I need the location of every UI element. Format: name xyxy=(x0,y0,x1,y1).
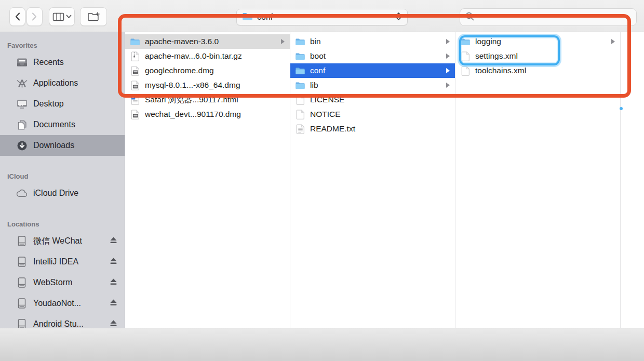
folder-plus-icon xyxy=(87,12,100,22)
disclosure-arrow-icon xyxy=(611,38,616,45)
drive-icon xyxy=(16,298,28,309)
file-column-empty xyxy=(621,32,644,328)
file-name-label: googlechrome.dmg xyxy=(145,66,286,75)
sidebar-item-intellij-idea[interactable]: IntelliJ IDEA xyxy=(0,251,125,272)
file-row-apache-mav...6.0-bin.tar.gz[interactable]: apache-mav...6.0-bin.tar.gz xyxy=(125,49,290,63)
sidebar-item-downloads[interactable]: Downloads xyxy=(0,135,125,156)
sidebar-item-label: Downloads xyxy=(33,141,118,150)
columns-view-icon xyxy=(52,12,64,21)
search-field[interactable] xyxy=(460,8,637,26)
file-row-apache-maven-3.6.0[interactable]: apache-maven-3.6.0 xyxy=(125,34,290,49)
file-doc-icon xyxy=(460,51,471,62)
disclosure-arrow-icon xyxy=(446,68,451,74)
file-html-icon xyxy=(130,95,140,105)
open-file-dialog: conf FavoritesRecentsApplicationsDesktop… xyxy=(0,0,644,361)
file-row-googlechrome.dmg[interactable]: googlechrome.dmg xyxy=(125,63,290,78)
folder-icon xyxy=(295,65,305,76)
sidebar-item-icloud-drive[interactable]: iCloud Drive xyxy=(0,183,125,204)
view-mode-button[interactable] xyxy=(49,7,75,26)
disclosure-arrow-icon xyxy=(446,53,451,59)
sidebar-item-recents[interactable]: Recents xyxy=(0,52,125,73)
sidebar-item-android-stu[interactable]: Android Stu... xyxy=(0,314,125,328)
sidebar-item-label: YoudaoNot... xyxy=(33,299,104,308)
recents-icon xyxy=(16,57,28,68)
documents-icon xyxy=(16,119,28,130)
eject-icon[interactable] xyxy=(109,278,118,288)
applications-icon xyxy=(16,77,28,89)
chevron-right-icon xyxy=(31,12,38,21)
file-row-wechat-devt...901170.dmg[interactable]: wechat_devt...901170.dmg xyxy=(125,107,290,122)
back-button[interactable] xyxy=(9,7,25,26)
sidebar-item-applications[interactable]: Applications xyxy=(0,73,125,93)
file-column-2: binbootconflibLICENSENOTICEREADME.txt xyxy=(290,32,455,328)
file-name-label: NOTICE xyxy=(310,110,451,119)
sidebar-item-label: iCloud Drive xyxy=(33,189,118,198)
forward-button[interactable] xyxy=(26,7,43,26)
sidebar-section-gap xyxy=(0,204,125,218)
file-row-notice[interactable]: NOTICE xyxy=(290,107,455,122)
sidebar-item-label: IntelliJ IDEA xyxy=(33,257,104,266)
eject-icon[interactable] xyxy=(109,299,118,309)
file-dmg-icon xyxy=(130,65,140,76)
file-name-label: settings.xml xyxy=(475,51,616,61)
file-row-bin[interactable]: bin xyxy=(290,34,455,49)
sidebar-section-title: Locations xyxy=(0,218,125,231)
file-row-safari-...90117.html[interactable]: Safari 浏览器...90117.html xyxy=(125,92,290,107)
drive-icon xyxy=(16,235,28,247)
file-row-mysql-8.0.1...-x86-64.dmg[interactable]: mysql-8.0.1...-x86_64.dmg xyxy=(125,78,290,92)
disclosure-arrow-icon xyxy=(446,38,451,45)
sidebar-item-youdaonot[interactable]: YoudaoNot... xyxy=(0,293,125,314)
file-row-settings.xml[interactable]: settings.xml xyxy=(455,49,620,63)
drive-icon xyxy=(16,256,28,268)
chevron-left-icon xyxy=(14,12,21,21)
file-row-logging[interactable]: logging xyxy=(455,34,620,49)
sidebar-item-label: 微信 WeChat xyxy=(33,236,104,247)
eject-icon[interactable] xyxy=(109,257,118,267)
file-name-label: bin xyxy=(310,37,441,46)
file-row-boot[interactable]: boot xyxy=(290,49,455,63)
sidebar-item-label: Documents xyxy=(33,120,118,129)
file-column-3: loggingsettings.xmltoolchains.xml xyxy=(455,32,621,328)
chevron-down-icon xyxy=(66,15,72,19)
sidebar-item-documents[interactable]: Documents xyxy=(0,114,125,135)
file-row-readme.txt[interactable]: README.txt xyxy=(290,122,455,136)
sidebar-section-title: Favorites xyxy=(0,39,125,52)
file-archive-icon xyxy=(130,51,140,62)
folder-icon xyxy=(460,36,471,47)
footer-bar: New Folder Cancel Open xyxy=(0,328,644,361)
eject-icon[interactable] xyxy=(109,236,118,246)
disclosure-arrow-icon xyxy=(280,38,286,45)
file-name-label: Safari 浏览器...90117.html xyxy=(145,95,286,105)
file-row-conf[interactable]: conf xyxy=(290,63,455,78)
sidebar-section-title: iCloud xyxy=(0,170,125,183)
path-dropdown-value: conf xyxy=(257,12,391,22)
drive-icon xyxy=(16,318,28,328)
file-name-label: conf xyxy=(310,66,441,75)
new-folder-toolbar-button[interactable] xyxy=(80,7,107,26)
file-textdoc-icon xyxy=(295,124,305,135)
sidebar-item-label: WebStorm xyxy=(33,278,104,287)
chevron-updown-icon xyxy=(395,12,402,23)
sidebar-item-label: Android Stu... xyxy=(33,319,104,328)
downloads-icon xyxy=(16,140,28,151)
file-name-label: README.txt xyxy=(310,124,451,133)
file-name-label: apache-mav...6.0-bin.tar.gz xyxy=(145,51,286,61)
sidebar-item-wechat[interactable]: 微信 WeChat xyxy=(0,231,125,251)
sidebar-item-webstorm[interactable]: WebStorm xyxy=(0,272,125,293)
disclosure-arrow-icon xyxy=(446,82,451,88)
sidebar-item-label: Desktop xyxy=(33,99,118,109)
file-name-label: wechat_devt...901170.dmg xyxy=(145,110,286,119)
file-name-label: mysql-8.0.1...-x86_64.dmg xyxy=(145,81,286,90)
file-column-1: apache-maven-3.6.0apache-mav...6.0-bin.t… xyxy=(125,32,290,328)
path-dropdown[interactable]: conf xyxy=(236,9,408,25)
sidebar: FavoritesRecentsApplicationsDesktopDocum… xyxy=(0,32,125,328)
file-row-lib[interactable]: lib xyxy=(290,78,455,92)
eject-icon[interactable] xyxy=(109,319,118,328)
search-input[interactable] xyxy=(478,13,632,22)
file-row-license[interactable]: LICENSE xyxy=(290,92,455,107)
desktop-icon xyxy=(16,98,28,110)
sidebar-item-label: Applications xyxy=(33,78,118,88)
file-columns: apache-maven-3.6.0apache-mav...6.0-bin.t… xyxy=(125,32,644,328)
file-row-toolchains.xml[interactable]: toolchains.xml xyxy=(455,63,620,78)
sidebar-item-desktop[interactable]: Desktop xyxy=(0,93,125,114)
